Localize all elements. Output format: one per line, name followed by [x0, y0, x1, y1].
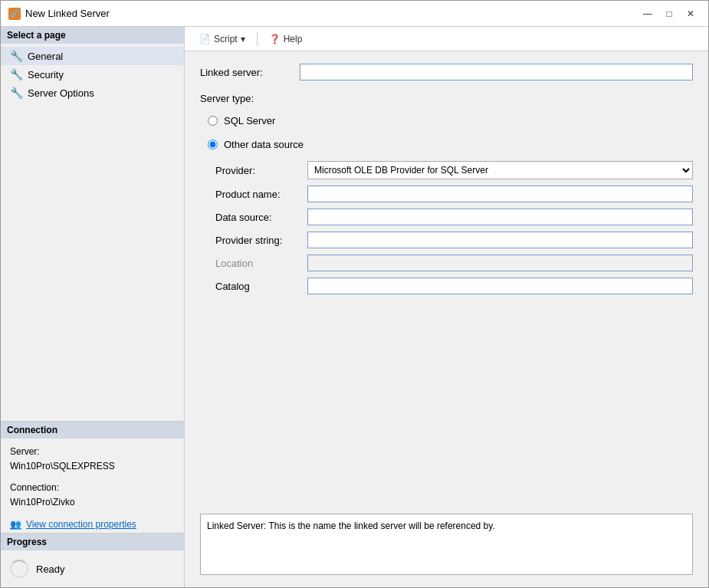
data-source-input[interactable]: [307, 209, 693, 225]
view-connection-label: View connection properties: [26, 519, 136, 530]
minimize-button[interactable]: —: [638, 6, 658, 21]
main-content: Select a page 🔧 General 🔧 Security 🔧 Ser…: [1, 27, 708, 587]
connection-section: Connection Server: Win10Pro\SQLEXPRESS C…: [1, 421, 184, 533]
script-dropdown-arrow: ▾: [241, 34, 245, 44]
security-icon: 🔧: [10, 68, 23, 80]
connection-label: Connection: Win10Pro\Zivko: [10, 481, 175, 510]
script-button[interactable]: 📄 Script ▾: [192, 31, 252, 48]
window-controls: — □ ✕: [638, 6, 701, 21]
toolbar-divider: [257, 32, 258, 46]
catalog-input[interactable]: [307, 278, 693, 294]
help-button[interactable]: ❓ Help: [262, 31, 310, 48]
linked-server-label: Linked server:: [200, 67, 292, 78]
window-title: New Linked Server: [25, 8, 110, 19]
close-button[interactable]: ✕: [681, 6, 701, 21]
progress-spinner: [10, 560, 28, 578]
location-label: Location: [215, 258, 300, 269]
app-icon: 🔗: [8, 8, 21, 20]
content-panel: Linked server: Server type: SQL Server O…: [185, 51, 708, 587]
location-row: Location: [215, 255, 693, 271]
product-name-label: Product name:: [215, 189, 300, 200]
server-value: Win10Pro\SQLEXPRESS: [10, 461, 115, 471]
product-name-input[interactable]: [307, 186, 693, 202]
progress-info: Ready: [1, 550, 184, 587]
maximize-button[interactable]: □: [659, 6, 679, 21]
help-icon: ❓: [269, 34, 281, 44]
sql-server-radio-row: SQL Server: [200, 115, 693, 126]
provider-label: Provider:: [215, 165, 300, 176]
provider-select[interactable]: Microsoft OLE DB Provider for SQL Server…: [307, 161, 693, 179]
sidebar-item-label-server-options: Server Options: [28, 87, 94, 99]
connection-info: Server: Win10Pro\SQLEXPRESS Connection: …: [1, 439, 184, 516]
progress-status: Ready: [36, 563, 65, 575]
location-input[interactable]: [307, 255, 693, 271]
sidebar-item-server-options[interactable]: 🔧 Server Options: [1, 84, 184, 102]
connection-header: Connection: [1, 422, 184, 439]
description-box: Linked Server: This is the name the link…: [200, 514, 693, 575]
sidebar-items: 🔧 General 🔧 Security 🔧 Server Options: [1, 44, 184, 105]
linked-server-row: Linked server:: [200, 64, 693, 80]
general-icon: 🔧: [10, 50, 23, 62]
catalog-row: Catalog: [215, 278, 693, 294]
provider-string-input[interactable]: [307, 232, 693, 248]
other-source-label[interactable]: Other data source: [224, 139, 304, 150]
provider-row: Provider: Microsoft OLE DB Provider for …: [215, 161, 693, 179]
title-bar: 🔗 New Linked Server — □ ✕: [1, 1, 708, 27]
view-connection-link[interactable]: 👥 View connection properties: [1, 516, 184, 533]
sidebar-item-security[interactable]: 🔧 Security: [1, 65, 184, 84]
catalog-label: Catalog: [215, 281, 300, 292]
other-source-radio-row: Other data source: [200, 139, 693, 150]
sidebar-item-general[interactable]: 🔧 General: [1, 47, 184, 65]
spacer: [200, 304, 693, 504]
select-page-header: Select a page: [1, 27, 184, 44]
other-source-radio[interactable]: [208, 140, 218, 149]
sql-server-radio[interactable]: [208, 116, 218, 126]
server-label: Server: Win10Pro\SQLEXPRESS: [10, 445, 175, 474]
data-source-row: Data source:: [215, 209, 693, 225]
sidebar-item-label-general: General: [28, 51, 63, 62]
data-source-label: Data source:: [215, 212, 300, 223]
linked-server-input[interactable]: [300, 64, 693, 80]
server-options-icon: 🔧: [10, 87, 23, 99]
sidebar-item-label-security: Security: [28, 69, 64, 80]
sql-server-label[interactable]: SQL Server: [224, 115, 275, 126]
sidebar: Select a page 🔧 General 🔧 Security 🔧 Ser…: [1, 27, 185, 587]
description-text: Linked Server: This is the name the link…: [207, 521, 495, 531]
server-type-label: Server type:: [200, 93, 693, 104]
progress-header: Progress: [1, 534, 184, 550]
connection-link-icon: 👥: [10, 519, 21, 530]
indented-fields: Provider: Microsoft OLE DB Provider for …: [200, 161, 693, 294]
script-icon: 📄: [199, 34, 211, 44]
provider-string-label: Provider string:: [215, 235, 300, 246]
provider-string-row: Provider string:: [215, 232, 693, 248]
progress-section: Progress Ready: [1, 533, 184, 587]
product-name-row: Product name:: [215, 186, 693, 202]
right-panel: 📄 Script ▾ ❓ Help Linked server: Se: [185, 27, 708, 587]
toolbar: 📄 Script ▾ ❓ Help: [185, 27, 708, 51]
connection-value: Win10Pro\Zivko: [10, 497, 75, 508]
